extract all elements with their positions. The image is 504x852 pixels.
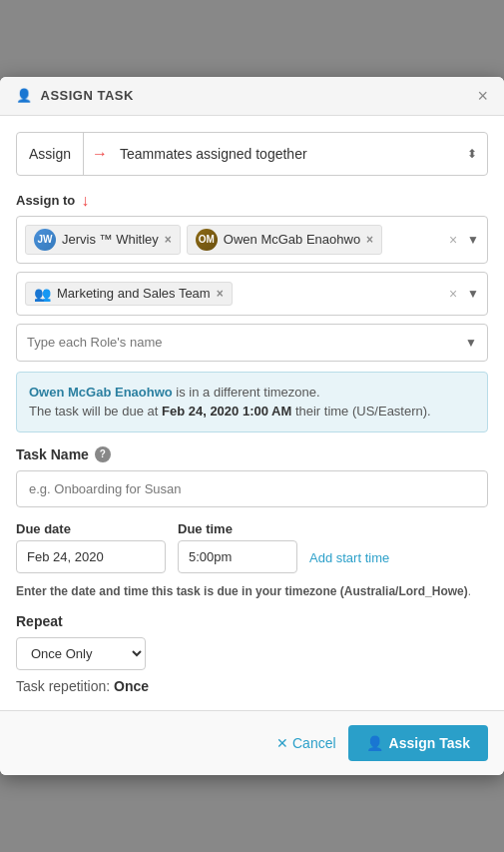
jervis-name: Jervis ™ Whitley (62, 232, 159, 247)
due-date-col: Due date (16, 521, 166, 573)
due-time-label: Due time (178, 521, 297, 536)
people-tags-container: JW Jervis ™ Whitley × OM Owen McGab Enao… (16, 216, 488, 264)
assign-task-icon: 👤 (366, 735, 383, 751)
owen-remove-button[interactable]: × (366, 234, 373, 246)
user-icon: 👤 (16, 88, 33, 103)
jervis-avatar-initials: JW (34, 229, 56, 251)
close-button[interactable]: × (477, 87, 488, 105)
modal-body: Assign → Teammates assigned together ⬍ A… (0, 116, 504, 711)
modal-title: 👤 ASSIGN TASK (16, 88, 134, 103)
red-down-arrow-icon: ↓ (81, 192, 89, 210)
assign-label: Assign (17, 133, 84, 175)
assign-value: Teammates assigned together (116, 146, 457, 162)
modal-header: 👤 ASSIGN TASK × (0, 77, 504, 116)
owen-avatar-initials: OM (196, 229, 218, 251)
add-start-time-button[interactable]: Add start time (309, 542, 389, 573)
team-tags-clear-button[interactable]: × (445, 284, 461, 304)
assign-to-label: Assign to ↓ (16, 192, 488, 210)
assign-task-button[interactable]: 👤 Assign Task (348, 725, 488, 761)
team-tags-actions: × ▼ (445, 284, 483, 304)
timezone-text1: is in a different timezone. (173, 385, 320, 400)
team-tags-chevron-button[interactable]: ▼ (463, 285, 483, 303)
task-name-text: Task Name (16, 446, 89, 462)
marketing-team-tag: 👥 Marketing and Sales Team × (25, 282, 233, 306)
help-icon[interactable]: ? (95, 446, 111, 462)
owen-name: Owen McGab Enaohwo (224, 232, 360, 247)
owen-avatar: OM (196, 229, 218, 251)
people-tags-actions: × ▼ (445, 230, 483, 250)
timezone-person-name: Owen McGab Enaohwo (29, 385, 173, 400)
people-tags-chevron-button[interactable]: ▼ (463, 231, 483, 249)
due-time-col: Due time (178, 521, 297, 573)
repeat-select-row: Once Only Daily Weekly Monthly Yearly (16, 637, 488, 670)
header-title-text: ASSIGN TASK (41, 88, 134, 103)
jervis-tag: JW Jervis ™ Whitley × (25, 225, 181, 255)
jervis-remove-button[interactable]: × (165, 234, 172, 246)
role-chevron-icon[interactable]: ▼ (465, 336, 477, 350)
task-repetition-prefix: Task repetition: (16, 678, 114, 694)
timezone-text2: The task will be due at (29, 404, 162, 419)
timezone-text3: their time (US/Eastern). (291, 404, 430, 419)
cancel-button[interactable]: ✕ Cancel (276, 735, 335, 751)
assign-task-label: Assign Task (389, 735, 470, 751)
assign-arrow-icon: → (84, 145, 116, 163)
due-date-input[interactable] (16, 540, 166, 573)
due-date-label: Due date (16, 521, 166, 536)
timezone-hint-text: Enter the date and time this task is due… (16, 584, 340, 598)
role-input-row: ▼ (16, 324, 488, 362)
repeat-select[interactable]: Once Only Daily Weekly Monthly Yearly (16, 637, 146, 670)
role-input[interactable] (27, 335, 465, 350)
assign-to-text: Assign to (16, 193, 75, 208)
owen-tag: OM Owen McGab Enaohwo × (187, 225, 382, 255)
repeat-label: Repeat (16, 613, 488, 629)
due-time-input[interactable] (178, 540, 297, 573)
team-icon: 👥 (34, 286, 51, 302)
assign-chevron-icon: ⬍ (457, 147, 487, 161)
timezone-hint: Enter the date and time this task is due… (16, 583, 488, 600)
assign-task-modal: 👤 ASSIGN TASK × Assign → Teammates assig… (0, 77, 504, 776)
jervis-avatar: JW (34, 229, 56, 251)
task-repetition-text: Task repetition: Once (16, 678, 488, 694)
people-tags-clear-button[interactable]: × (445, 230, 461, 250)
modal-footer: ✕ Cancel 👤 Assign Task (0, 710, 504, 775)
task-repetition-value: Once (114, 678, 149, 694)
timezone-notice: Owen McGab Enaohwo is in a different tim… (16, 372, 488, 432)
assign-dropdown[interactable]: Assign → Teammates assigned together ⬍ (16, 132, 488, 176)
due-date-time-row: Due date Due time Add start time (16, 521, 488, 573)
marketing-team-remove-button[interactable]: × (217, 288, 224, 300)
timezone-time: Feb 24, 2020 1:00 AM (162, 404, 291, 419)
task-name-label: Task Name ? (16, 446, 488, 462)
team-tags-container: 👥 Marketing and Sales Team × × ▼ (16, 272, 488, 316)
marketing-team-name: Marketing and Sales Team (57, 286, 211, 301)
task-name-input[interactable] (16, 470, 488, 507)
timezone-hint-tz: (Australia/Lord_Howe) (340, 584, 468, 598)
